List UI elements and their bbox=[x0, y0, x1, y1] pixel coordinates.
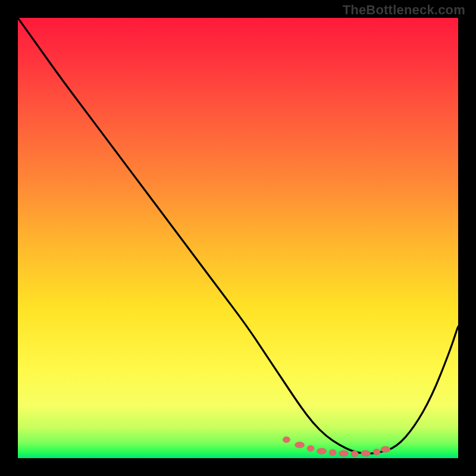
dot bbox=[329, 449, 336, 455]
optimal-zone-dots bbox=[283, 437, 390, 457]
dot bbox=[351, 451, 358, 457]
bottleneck-curve bbox=[18, 18, 458, 453]
dot bbox=[283, 437, 290, 443]
dot bbox=[317, 448, 327, 454]
dot bbox=[295, 442, 305, 448]
watermark-text: TheBottleneck.com bbox=[343, 2, 465, 18]
dot bbox=[361, 450, 371, 456]
dot bbox=[373, 449, 380, 455]
plot-area bbox=[18, 18, 458, 458]
chart-frame: TheBottleneck.com bbox=[0, 0, 476, 476]
dot bbox=[307, 446, 314, 452]
dot bbox=[339, 450, 349, 456]
dot bbox=[381, 446, 390, 452]
curve-svg bbox=[18, 18, 458, 458]
